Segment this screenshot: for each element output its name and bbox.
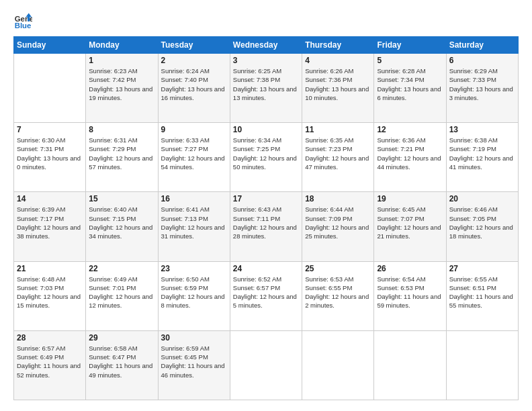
cell-sun-info: Sunrise: 6:31 AM Sunset: 7:29 PM Dayligh… [89, 136, 154, 171]
cell-sun-info: Sunrise: 6:41 AM Sunset: 7:13 PM Dayligh… [161, 205, 227, 240]
cell-sun-info: Sunrise: 6:53 AM Sunset: 6:55 PM Dayligh… [305, 275, 371, 310]
logo-icon: General Blue [13, 11, 32, 30]
cell-sun-info: Sunrise: 6:24 AM Sunset: 7:40 PM Dayligh… [161, 66, 227, 102]
day-number: 12 [377, 125, 443, 134]
calendar-cell: 30Sunrise: 6:59 AM Sunset: 6:45 PM Dayli… [158, 330, 230, 400]
header: General Blue [13, 11, 519, 30]
calendar-cell: 14Sunrise: 6:39 AM Sunset: 7:17 PM Dayli… [14, 192, 86, 261]
calendar-week-row: 1Sunrise: 6:23 AM Sunset: 7:42 PM Daylig… [14, 54, 519, 123]
svg-text:Blue: Blue [15, 21, 32, 30]
cell-sun-info: Sunrise: 6:52 AM Sunset: 6:57 PM Dayligh… [233, 275, 299, 310]
calendar-cell: 22Sunrise: 6:49 AM Sunset: 7:01 PM Dayli… [86, 261, 158, 330]
calendar-cell: 16Sunrise: 6:41 AM Sunset: 7:13 PM Dayli… [158, 192, 230, 261]
day-number: 6 [449, 56, 515, 65]
cell-sun-info: Sunrise: 6:59 AM Sunset: 6:45 PM Dayligh… [161, 344, 227, 379]
day-number: 1 [89, 56, 154, 65]
day-number: 13 [449, 125, 515, 134]
calendar-cell: 25Sunrise: 6:53 AM Sunset: 6:55 PM Dayli… [302, 261, 374, 330]
day-number: 30 [161, 333, 227, 342]
day-number: 24 [233, 264, 299, 273]
calendar-cell: 19Sunrise: 6:45 AM Sunset: 7:07 PM Dayli… [374, 192, 446, 261]
day-number: 21 [17, 264, 83, 273]
page: General Blue SundayMondayTuesdayWednesda… [0, 0, 532, 411]
calendar-cell: 8Sunrise: 6:31 AM Sunset: 7:29 PM Daylig… [86, 123, 158, 192]
day-number: 3 [233, 56, 299, 65]
day-number: 15 [89, 194, 154, 203]
calendar-cell: 13Sunrise: 6:38 AM Sunset: 7:19 PM Dayli… [446, 123, 518, 192]
day-number: 23 [161, 264, 227, 273]
cell-sun-info: Sunrise: 6:48 AM Sunset: 7:03 PM Dayligh… [17, 275, 83, 310]
day-number: 22 [89, 264, 154, 273]
calendar-week-row: 14Sunrise: 6:39 AM Sunset: 7:17 PM Dayli… [14, 192, 519, 261]
calendar-table: SundayMondayTuesdayWednesdayThursdayFrid… [13, 36, 519, 400]
day-number: 11 [305, 125, 371, 134]
calendar-cell: 17Sunrise: 6:43 AM Sunset: 7:11 PM Dayli… [230, 192, 302, 261]
day-number: 7 [17, 125, 83, 134]
calendar-cell: 24Sunrise: 6:52 AM Sunset: 6:57 PM Dayli… [230, 261, 302, 330]
cell-sun-info: Sunrise: 6:23 AM Sunset: 7:42 PM Dayligh… [89, 66, 154, 102]
calendar-cell [302, 330, 374, 400]
cell-sun-info: Sunrise: 6:46 AM Sunset: 7:05 PM Dayligh… [449, 205, 515, 240]
calendar-body: 1Sunrise: 6:23 AM Sunset: 7:42 PM Daylig… [14, 54, 519, 400]
day-number: 16 [161, 194, 227, 203]
weekday-header-cell: Monday [86, 37, 158, 54]
cell-sun-info: Sunrise: 6:40 AM Sunset: 7:15 PM Dayligh… [89, 205, 154, 240]
cell-sun-info: Sunrise: 6:28 AM Sunset: 7:34 PM Dayligh… [377, 66, 443, 102]
cell-sun-info: Sunrise: 6:49 AM Sunset: 7:01 PM Dayligh… [89, 275, 154, 310]
calendar-week-row: 21Sunrise: 6:48 AM Sunset: 7:03 PM Dayli… [14, 261, 519, 330]
cell-sun-info: Sunrise: 6:35 AM Sunset: 7:23 PM Dayligh… [305, 136, 371, 171]
calendar-cell [14, 54, 86, 123]
cell-sun-info: Sunrise: 6:36 AM Sunset: 7:21 PM Dayligh… [377, 136, 443, 171]
calendar-cell: 3Sunrise: 6:25 AM Sunset: 7:38 PM Daylig… [230, 54, 302, 123]
calendar-cell: 4Sunrise: 6:26 AM Sunset: 7:36 PM Daylig… [302, 54, 374, 123]
calendar-cell: 2Sunrise: 6:24 AM Sunset: 7:40 PM Daylig… [158, 54, 230, 123]
cell-sun-info: Sunrise: 6:55 AM Sunset: 6:51 PM Dayligh… [449, 275, 515, 310]
day-number: 20 [449, 194, 515, 203]
cell-sun-info: Sunrise: 6:43 AM Sunset: 7:11 PM Dayligh… [233, 205, 299, 240]
cell-sun-info: Sunrise: 6:54 AM Sunset: 6:53 PM Dayligh… [377, 275, 443, 310]
calendar-cell: 5Sunrise: 6:28 AM Sunset: 7:34 PM Daylig… [374, 54, 446, 123]
calendar-cell: 21Sunrise: 6:48 AM Sunset: 7:03 PM Dayli… [14, 261, 86, 330]
day-number: 26 [377, 264, 443, 273]
day-number: 8 [89, 125, 154, 134]
cell-sun-info: Sunrise: 6:45 AM Sunset: 7:07 PM Dayligh… [377, 205, 443, 240]
cell-sun-info: Sunrise: 6:33 AM Sunset: 7:27 PM Dayligh… [161, 136, 227, 171]
calendar-cell: 18Sunrise: 6:44 AM Sunset: 7:09 PM Dayli… [302, 192, 374, 261]
logo: General Blue [13, 11, 35, 30]
day-number: 29 [89, 333, 154, 342]
weekday-header-cell: Sunday [14, 37, 86, 54]
weekday-header-cell: Friday [374, 37, 446, 54]
day-number: 5 [377, 56, 443, 65]
calendar-cell: 12Sunrise: 6:36 AM Sunset: 7:21 PM Dayli… [374, 123, 446, 192]
calendar-cell [374, 330, 446, 400]
weekday-header-cell: Tuesday [158, 37, 230, 54]
calendar-cell: 9Sunrise: 6:33 AM Sunset: 7:27 PM Daylig… [158, 123, 230, 192]
cell-sun-info: Sunrise: 6:30 AM Sunset: 7:31 PM Dayligh… [17, 136, 83, 171]
day-number: 28 [17, 333, 83, 342]
calendar-cell: 1Sunrise: 6:23 AM Sunset: 7:42 PM Daylig… [86, 54, 158, 123]
day-number: 10 [233, 125, 299, 134]
day-number: 17 [233, 194, 299, 203]
day-number: 9 [161, 125, 227, 134]
cell-sun-info: Sunrise: 6:44 AM Sunset: 7:09 PM Dayligh… [305, 205, 371, 240]
cell-sun-info: Sunrise: 6:25 AM Sunset: 7:38 PM Dayligh… [233, 66, 299, 102]
calendar-cell: 20Sunrise: 6:46 AM Sunset: 7:05 PM Dayli… [446, 192, 518, 261]
cell-sun-info: Sunrise: 6:29 AM Sunset: 7:33 PM Dayligh… [449, 66, 515, 102]
calendar-cell: 29Sunrise: 6:58 AM Sunset: 6:47 PM Dayli… [86, 330, 158, 400]
day-number: 4 [305, 56, 371, 65]
calendar-week-row: 7Sunrise: 6:30 AM Sunset: 7:31 PM Daylig… [14, 123, 519, 192]
weekday-header-row: SundayMondayTuesdayWednesdayThursdayFrid… [14, 37, 519, 54]
day-number: 2 [161, 56, 227, 65]
calendar-cell: 10Sunrise: 6:34 AM Sunset: 7:25 PM Dayli… [230, 123, 302, 192]
weekday-header-cell: Saturday [446, 37, 518, 54]
calendar-cell: 27Sunrise: 6:55 AM Sunset: 6:51 PM Dayli… [446, 261, 518, 330]
cell-sun-info: Sunrise: 6:50 AM Sunset: 6:59 PM Dayligh… [161, 275, 227, 310]
cell-sun-info: Sunrise: 6:39 AM Sunset: 7:17 PM Dayligh… [17, 205, 83, 240]
weekday-header-cell: Wednesday [230, 37, 302, 54]
calendar-cell: 23Sunrise: 6:50 AM Sunset: 6:59 PM Dayli… [158, 261, 230, 330]
cell-sun-info: Sunrise: 6:58 AM Sunset: 6:47 PM Dayligh… [89, 344, 154, 379]
day-number: 27 [449, 264, 515, 273]
cell-sun-info: Sunrise: 6:26 AM Sunset: 7:36 PM Dayligh… [305, 66, 371, 102]
day-number: 25 [305, 264, 371, 273]
calendar-cell: 15Sunrise: 6:40 AM Sunset: 7:15 PM Dayli… [86, 192, 158, 261]
